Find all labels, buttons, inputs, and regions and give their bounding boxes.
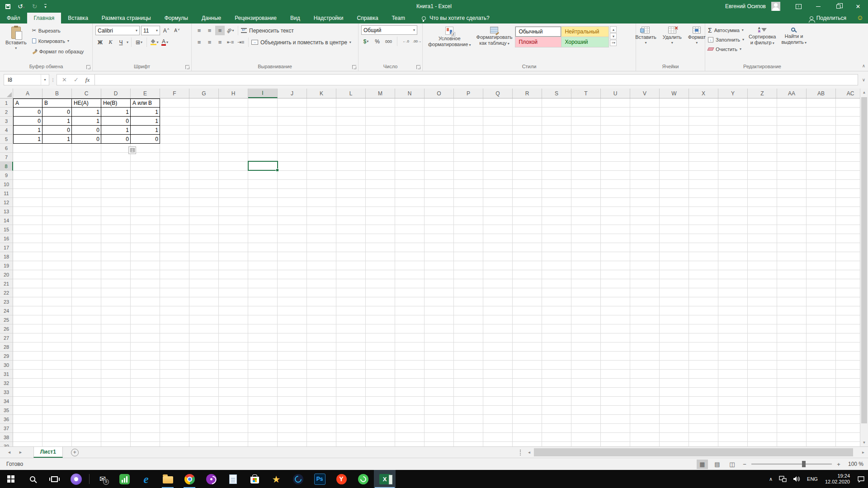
- cell[interactable]: [689, 297, 718, 306]
- cell[interactable]: [160, 180, 189, 189]
- cell[interactable]: [777, 424, 807, 433]
- zoom-slider-thumb[interactable]: [802, 461, 806, 467]
- cell[interactable]: [307, 343, 336, 352]
- cell[interactable]: [101, 243, 131, 252]
- cell[interactable]: [425, 288, 454, 297]
- cell[interactable]: [571, 243, 601, 252]
- cell[interactable]: [836, 361, 860, 370]
- cell[interactable]: А: [13, 99, 42, 108]
- cell[interactable]: [219, 135, 248, 144]
- cell[interactable]: [718, 415, 748, 424]
- cell[interactable]: [454, 442, 483, 446]
- column-header[interactable]: H: [219, 89, 248, 98]
- ribbon-tab[interactable]: Справка: [350, 13, 385, 23]
- cell[interactable]: [513, 108, 542, 117]
- cell[interactable]: [42, 180, 72, 189]
- cell[interactable]: [571, 424, 601, 433]
- normal-view-button[interactable]: ▦: [697, 460, 708, 469]
- cell[interactable]: [777, 180, 807, 189]
- cell[interactable]: [630, 424, 660, 433]
- cell[interactable]: [454, 117, 483, 126]
- cell[interactable]: [101, 379, 131, 388]
- cell[interactable]: [807, 442, 836, 446]
- cell[interactable]: А или В: [131, 99, 160, 108]
- cell[interactable]: [189, 261, 219, 270]
- cell[interactable]: [307, 189, 336, 198]
- cell[interactable]: [689, 216, 718, 225]
- cell[interactable]: [336, 189, 366, 198]
- cell[interactable]: [160, 424, 189, 433]
- row-header[interactable]: 11: [0, 189, 13, 198]
- cell[interactable]: [630, 207, 660, 216]
- cell[interactable]: [718, 252, 748, 261]
- cell[interactable]: [718, 171, 748, 180]
- cell[interactable]: [219, 153, 248, 162]
- cell[interactable]: [13, 415, 42, 424]
- column-header[interactable]: I: [248, 89, 278, 98]
- cell[interactable]: [571, 189, 601, 198]
- cell[interactable]: [836, 180, 860, 189]
- cell[interactable]: [219, 343, 248, 352]
- cell[interactable]: [189, 424, 219, 433]
- cell[interactable]: [836, 153, 860, 162]
- cell[interactable]: [219, 252, 248, 261]
- cell[interactable]: [454, 162, 483, 171]
- cell[interactable]: [425, 279, 454, 288]
- row-header[interactable]: 30: [0, 361, 13, 370]
- cell[interactable]: [42, 424, 72, 433]
- cell[interactable]: [689, 252, 718, 261]
- cell[interactable]: [366, 162, 395, 171]
- cell[interactable]: [131, 153, 160, 162]
- cell[interactable]: [660, 352, 689, 361]
- cell[interactable]: [777, 135, 807, 144]
- cell[interactable]: [513, 252, 542, 261]
- cell[interactable]: [336, 180, 366, 189]
- cell[interactable]: [425, 207, 454, 216]
- cell[interactable]: [660, 117, 689, 126]
- column-header[interactable]: J: [278, 89, 307, 98]
- cell[interactable]: [101, 433, 131, 442]
- cell[interactable]: [160, 225, 189, 234]
- cell[interactable]: [748, 352, 777, 361]
- cell[interactable]: [189, 171, 219, 180]
- cell[interactable]: [660, 198, 689, 207]
- cell[interactable]: [160, 234, 189, 243]
- cell[interactable]: [395, 361, 425, 370]
- cell[interactable]: [72, 397, 101, 406]
- cell[interactable]: [777, 189, 807, 198]
- cell[interactable]: [248, 424, 278, 433]
- cell[interactable]: [13, 234, 42, 243]
- row-header[interactable]: 31: [0, 370, 13, 379]
- cell[interactable]: [248, 135, 278, 144]
- ribbon-tab[interactable]: Вставка: [61, 13, 95, 23]
- taskbar-app-edge[interactable]: e: [135, 470, 157, 488]
- cell[interactable]: [807, 324, 836, 333]
- cell[interactable]: [101, 333, 131, 343]
- cell[interactable]: [395, 352, 425, 361]
- cell[interactable]: [748, 333, 777, 343]
- cell[interactable]: [366, 270, 395, 279]
- cell[interactable]: [219, 261, 248, 270]
- cell[interactable]: [131, 198, 160, 207]
- cell[interactable]: [307, 397, 336, 406]
- cell[interactable]: [513, 216, 542, 225]
- cell[interactable]: [72, 406, 101, 415]
- cell[interactable]: [571, 388, 601, 397]
- cell[interactable]: [189, 397, 219, 406]
- cell[interactable]: [689, 433, 718, 442]
- cell[interactable]: [307, 162, 336, 171]
- cell[interactable]: 1: [101, 126, 131, 135]
- cell[interactable]: [542, 234, 571, 243]
- cell[interactable]: [630, 225, 660, 234]
- cell[interactable]: [336, 333, 366, 343]
- cell[interactable]: [395, 315, 425, 324]
- cell[interactable]: [689, 198, 718, 207]
- cell[interactable]: [718, 433, 748, 442]
- cell[interactable]: [630, 315, 660, 324]
- cell[interactable]: [836, 144, 860, 153]
- taskbar-app-explorer[interactable]: [157, 470, 179, 488]
- cell[interactable]: [425, 135, 454, 144]
- cell[interactable]: [571, 234, 601, 243]
- taskbar-app-favorites[interactable]: ★: [265, 470, 287, 488]
- cell[interactable]: [278, 207, 307, 216]
